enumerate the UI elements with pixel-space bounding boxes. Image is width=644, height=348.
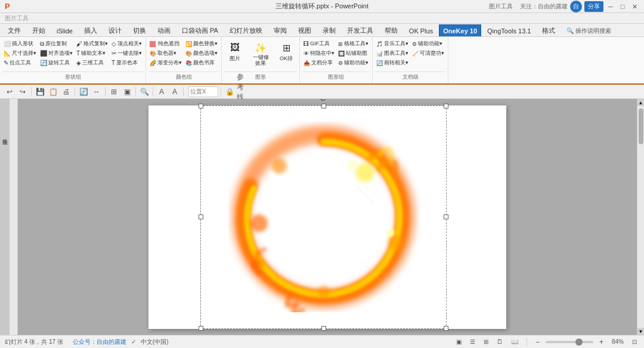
tab-format[interactable]: 格式 xyxy=(537,24,561,36)
qa-btn-save[interactable]: 💾 xyxy=(34,86,46,98)
public-account-link[interactable]: 公众号：自由的露建 xyxy=(73,338,126,346)
ribbon-btn-pull-tool[interactable]: ✎拉点工具 xyxy=(2,58,38,67)
qa-btn-refresh[interactable]: 🔄 xyxy=(78,86,89,98)
view-normal-btn[interactable]: ▣ xyxy=(454,338,464,346)
scrollbar-up-arrow[interactable]: ▲ xyxy=(637,99,645,106)
tab-insert[interactable]: 插入 xyxy=(79,24,103,36)
minimize-button[interactable]: ─ xyxy=(606,2,615,11)
scrollbar-down-arrow[interactable]: ▼ xyxy=(637,328,645,335)
qa-btn-redo[interactable]: ↪ xyxy=(17,86,29,98)
tab-pocket-anim[interactable]: 口袋动画 PA xyxy=(177,24,224,36)
zoom-slider[interactable] xyxy=(546,341,593,343)
title-bar-right: 图片工具 关注：自由的露建 自 分享 ─ □ ✕ xyxy=(489,1,639,13)
tab-onekey[interactable]: OneKey 10 xyxy=(439,24,481,36)
ribbon-group-image: 🖼 图片 ✨ 一键修效果 ⊞ OK排 图形 xyxy=(222,37,300,83)
tab-design[interactable]: 设计 xyxy=(103,24,127,36)
ribbon-btn-gif-tool[interactable]: 🎞GIF工具 xyxy=(302,39,336,48)
ribbon-btn-assist-func2[interactable]: ⚙辅助功能▾ xyxy=(411,39,445,48)
tab-search[interactable]: 🔍 操作说明搜索 xyxy=(561,24,617,36)
tab-islide[interactable]: iSlide xyxy=(51,24,78,36)
ribbon-btn-onekey-effect[interactable]: ✨ 一键修效果 xyxy=(248,39,273,68)
ribbon-btn-display-text[interactable]: T显示色本 xyxy=(110,58,143,67)
qa-btn-zoom[interactable]: 🔍 xyxy=(138,86,150,98)
ribbon-btn-clear-func[interactable]: 🧹可清楚功▾ xyxy=(411,49,445,58)
qa-btn-copy[interactable]: 📋 xyxy=(47,86,59,98)
ribbon-btn-grid-tool[interactable]: ⊞格格工具▾ xyxy=(337,39,370,48)
close-button[interactable]: ✕ xyxy=(630,2,639,11)
ribbon-btn-music-tool[interactable]: 🎵音乐工具▾ xyxy=(375,39,410,48)
zoom-thumb[interactable] xyxy=(575,338,583,346)
ribbon-btn-delete[interactable]: ✂一键去除▾ xyxy=(110,49,143,58)
ribbon-btn-assist-func[interactable]: ⚙辅助功能▾ xyxy=(337,58,370,67)
position-display xyxy=(188,86,218,97)
view-outline-btn[interactable]: ☰ xyxy=(467,338,478,346)
fit-slide-btn[interactable]: ⊡ xyxy=(630,338,639,346)
status-separator xyxy=(527,338,527,346)
view-reader-btn[interactable]: 📖 xyxy=(509,338,521,346)
tab-developer[interactable]: 开发工具 xyxy=(342,24,379,36)
ribbon-btn-3d-tool[interactable]: ◈三维工具 xyxy=(75,58,109,67)
image-tools-header: 图片工具 xyxy=(0,13,644,24)
ribbon-btn-vertex[interactable]: ◇顶点相关▾ xyxy=(110,39,143,48)
ribbon-btn-rotate-tool[interactable]: 🔄旋转工具 xyxy=(39,58,74,67)
ribbon-btn-ok-arrange[interactable]: ⊞ OK排 xyxy=(275,39,297,64)
view-sorter-btn[interactable]: ⊞ xyxy=(481,338,491,346)
tab-qingtools[interactable]: QingTools 13.1 xyxy=(482,24,536,36)
ribbon-btn-hidden-center[interactable]: 👁特隐在中▾ xyxy=(302,49,336,58)
svg-line-6 xyxy=(358,182,380,198)
view-notes-btn[interactable]: 🗒 xyxy=(494,338,505,346)
zoom-in-btn[interactable]: + xyxy=(597,337,606,347)
restore-button[interactable]: □ xyxy=(618,2,627,11)
qa-btn-grid[interactable]: ⊞ xyxy=(108,86,120,98)
qa-btn-print[interactable]: 🖨 xyxy=(60,86,72,98)
qa-btn-lock[interactable]: 🔒 xyxy=(224,86,236,98)
qa-btn-undo[interactable]: ↩ xyxy=(4,86,16,98)
tab-review[interactable]: 审阅 xyxy=(268,24,292,36)
scrollbar-thumb[interactable] xyxy=(639,108,643,144)
tab-file[interactable]: 文件 xyxy=(2,24,26,36)
tab-animation[interactable]: 动画 xyxy=(152,24,176,36)
ribbon-btn-color-replace[interactable]: 🔁颜色替换▾ xyxy=(184,39,219,48)
ribbon-group-shapes-label: 形状组 xyxy=(2,72,143,82)
tab-view[interactable]: 视图 xyxy=(293,24,317,36)
ribbon-btn-assist-grid[interactable]: 🔲站辅助图 xyxy=(337,49,370,58)
ribbon-btn-color-picker[interactable]: 🎨取色器▾ xyxy=(148,49,183,58)
ribbon-btn-insert-shape[interactable]: ⬜插入形状 xyxy=(2,39,38,48)
ribbon-btn-format-copy[interactable]: 🖌格式复制▾ xyxy=(75,39,109,48)
ribbon-btn-chart-tool[interactable]: 📊图表工具▾ xyxy=(375,49,410,58)
qa-btn-reference-line[interactable]: 参考线 ▾ xyxy=(237,86,249,98)
ribbon-btn-align-opts[interactable]: ⬛对齐选项▾ xyxy=(39,49,74,58)
qa-btn-font-size[interactable]: A xyxy=(169,86,181,98)
user-avatar[interactable]: 自 xyxy=(570,1,582,13)
tab-help[interactable]: 帮助 xyxy=(379,24,403,36)
qa-btn-format[interactable]: ▣ xyxy=(121,86,133,98)
tab-record[interactable]: 录制 xyxy=(317,24,341,36)
right-scrollbar[interactable]: ▲ ▼ xyxy=(637,99,644,335)
slide[interactable]: ↺ ↺ xyxy=(148,105,506,329)
tab-okplus[interactable]: OK Plus xyxy=(404,24,438,36)
ribbon-btn-copy-inplace[interactable]: ⧉原位复制 xyxy=(39,39,74,48)
qa-separator-2 xyxy=(75,87,75,97)
ribbon-btn-gradient-dist[interactable]: 🌈渐变分布▾ xyxy=(148,58,183,67)
ribbon-btn-color-library[interactable]: 📚颜色书库 xyxy=(184,58,219,67)
handle-rotate[interactable]: ↺ xyxy=(321,99,327,100)
tab-start[interactable]: 开始 xyxy=(27,24,51,36)
svg-point-1 xyxy=(388,235,403,250)
ribbon-btn-size-select[interactable]: 📐尺寸选择▾ xyxy=(2,49,38,58)
position-x-input[interactable] xyxy=(188,86,218,97)
qa-btn-mirror[interactable]: ↔ xyxy=(91,86,103,98)
tab-slideshow[interactable]: 幻灯片放映 xyxy=(224,24,268,36)
tab-transition[interactable]: 切换 xyxy=(128,24,151,36)
ribbon-btn-rotate-related[interactable]: 🔄画转相关▾ xyxy=(375,58,410,67)
zoom-out-btn[interactable]: − xyxy=(533,337,542,347)
zoom-level[interactable]: 84% xyxy=(609,338,626,346)
ribbon-btn-merge-text[interactable]: T辅助文本▾ xyxy=(75,49,109,58)
ribbon-btn-solid-cover[interactable]: 纯色遮挡 xyxy=(148,39,183,48)
ribbon-btn-image[interactable]: 🖼 图片 xyxy=(224,39,246,64)
canvas-area[interactable]: ↺ ↺ xyxy=(18,99,637,335)
ribbon-content: ⬜插入形状 📐尺寸选择▾ ✎拉点工具 ⧉原位复制 ⬛对齐选项▾ 🔄旋转工具 xyxy=(0,37,644,85)
qa-btn-font-color[interactable]: A xyxy=(156,86,168,98)
ribbon-btn-color-option[interactable]: 🎨颜色选项▾ xyxy=(184,49,219,58)
share-button[interactable]: 分享 xyxy=(584,1,603,12)
ribbon-btn-doc-share[interactable]: 📤文档分享 xyxy=(302,58,336,67)
